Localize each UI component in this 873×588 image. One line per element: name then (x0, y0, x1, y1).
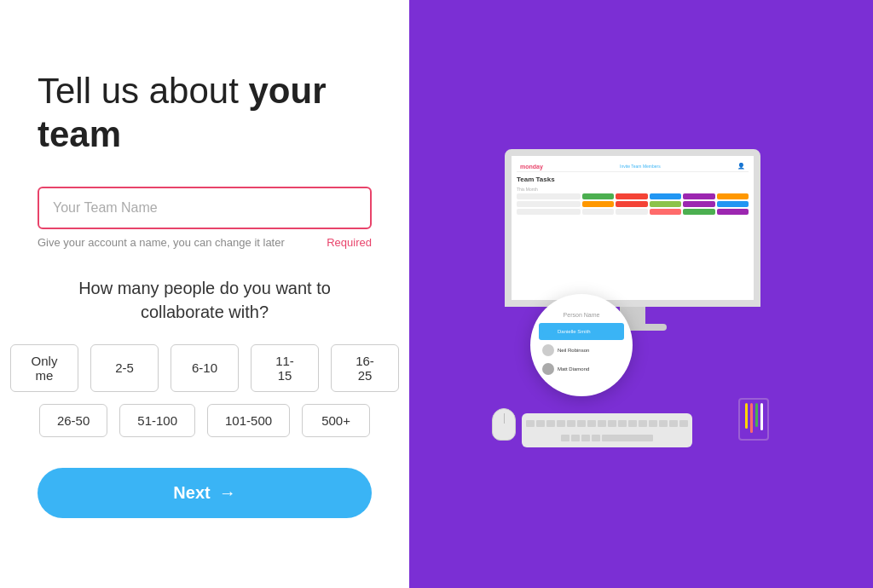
key (546, 420, 555, 427)
options-grid: Only me 2-5 6-10 11-15 16-25 26-50 51-10… (38, 344, 372, 437)
screen-row-3 (517, 209, 749, 215)
collaborate-title: How many people do you want tocollaborat… (38, 276, 372, 324)
popup-person-1: Danielle Smith (539, 323, 624, 340)
team-name-wrapper (38, 187, 372, 229)
user-icon: 👤 (737, 163, 745, 170)
option-51-100[interactable]: 51-100 (119, 404, 195, 437)
key (577, 420, 586, 427)
key (561, 435, 569, 441)
avatar-1 (542, 326, 554, 337)
key (581, 435, 590, 441)
key (571, 435, 580, 441)
monitor: monday Invite Team Members 👤 Team Tasks … (505, 149, 760, 337)
option-6-10[interactable]: 6-10 (171, 344, 239, 392)
option-16-25[interactable]: 16-25 (331, 344, 399, 392)
option-26-50[interactable]: 26-50 (39, 404, 107, 437)
pencil-3 (755, 403, 758, 427)
input-hint: Give your account a name, you can change… (38, 236, 285, 249)
screen-title: Team Tasks (517, 176, 749, 183)
key (659, 420, 668, 427)
next-label: Next (173, 483, 210, 503)
pencil-1 (745, 403, 748, 429)
pencil-cup (738, 398, 769, 441)
screen-topbar: monday Invite Team Members 👤 (517, 161, 749, 172)
key (639, 420, 647, 427)
input-meta: Give your account a name, you can change… (38, 236, 372, 249)
screen-row-2 (517, 201, 749, 207)
key (557, 420, 565, 427)
screen-row-1 (517, 193, 749, 199)
options-row-2: 26-50 51-100 101-500 500+ (38, 404, 372, 437)
key (598, 420, 606, 427)
key (536, 420, 545, 427)
computer-illustration: monday Invite Team Members 👤 Team Tasks … (479, 132, 803, 456)
person-name-1: Danielle Smith (558, 329, 591, 334)
avatar-3 (542, 363, 554, 375)
popup-header: Person Name (539, 312, 624, 318)
options-row-1: Only me 2-5 6-10 11-15 16-25 (38, 344, 372, 392)
option-500plus[interactable]: 500+ (302, 404, 370, 437)
team-name-input[interactable] (38, 187, 372, 229)
popup-person-3: Matt Diamond (539, 360, 624, 378)
key (567, 420, 575, 427)
key (628, 420, 637, 427)
key (669, 420, 678, 427)
person-name-3: Matt Diamond (558, 366, 589, 372)
popup-circle: Person Name Danielle Smith Neil Robinson… (530, 294, 633, 396)
option-2-5[interactable]: 2-5 (90, 344, 159, 392)
pencil-2 (750, 403, 753, 433)
next-arrow-icon: → (219, 483, 236, 503)
mouse-scroll-wheel (504, 413, 505, 424)
month-label: This Month (517, 187, 749, 192)
invite-team-label: Invite Team Members (620, 164, 661, 169)
pencils (740, 400, 767, 436)
next-button[interactable]: Next → (38, 468, 372, 518)
key (649, 420, 657, 427)
pencil-4 (760, 403, 763, 430)
key (526, 420, 535, 427)
left-panel: Tell us about your team Give your accoun… (0, 0, 409, 588)
person-name-2: Neil Robinson (558, 348, 589, 353)
popup-person-2: Neil Robinson (539, 342, 624, 359)
option-11-15[interactable]: 11-15 (251, 344, 319, 392)
screen-logo: monday (520, 164, 543, 170)
screen-content: monday Invite Team Members 👤 Team Tasks … (512, 156, 754, 300)
spacebar (602, 435, 653, 441)
option-101-500[interactable]: 101-500 (207, 404, 290, 437)
page-heading: Tell us about your team (38, 70, 372, 156)
keyboard (522, 413, 692, 447)
right-panel: monday Invite Team Members 👤 Team Tasks … (409, 0, 873, 588)
key (587, 420, 596, 427)
heading-normal: Tell us about (38, 71, 249, 111)
key (608, 420, 616, 427)
input-required: Required (327, 236, 372, 249)
key (592, 435, 600, 441)
avatar-2 (542, 344, 554, 356)
mouse (492, 408, 516, 441)
monitor-screen: monday Invite Team Members 👤 Team Tasks … (505, 149, 760, 307)
key (679, 420, 688, 427)
option-only-me[interactable]: Only me (10, 344, 78, 392)
key (618, 420, 627, 427)
